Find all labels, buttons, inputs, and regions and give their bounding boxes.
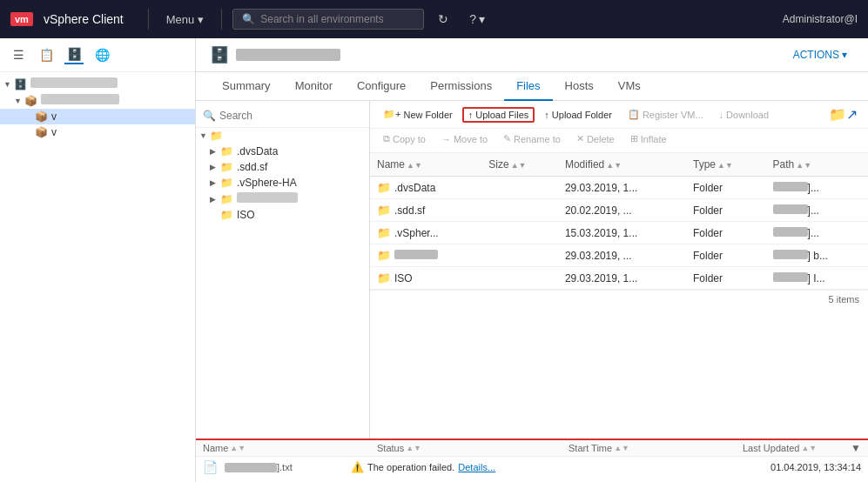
global-search-bar[interactable]: 🔍 Search in all environments (232, 9, 424, 30)
tree-label-l1 (41, 94, 119, 107)
tree-label-v2: v (51, 126, 57, 138)
tab-monitor[interactable]: Monitor (283, 72, 345, 101)
tree-item-level1[interactable]: ▼ 📦 (0, 92, 195, 109)
copy-to-button[interactable]: ⧉ Copy to (377, 131, 432, 147)
bottom-col-name: Name ▲▼ (203, 443, 377, 453)
delete-button[interactable]: ✕ Delete (570, 131, 621, 147)
search-icon: 🔍 (242, 13, 255, 25)
file-search-input[interactable] (219, 110, 362, 122)
file-tree-blurred[interactable]: ▶ 📁 (196, 191, 369, 207)
sidebar-icon-list[interactable]: ☰ (9, 45, 28, 64)
bottom-filename-blurred (225, 463, 277, 472)
file-content-pane: 📁+ New Folder ↑ Upload Files ↑ Upload Fo… (370, 101, 868, 438)
tab-configure[interactable]: Configure (345, 72, 418, 101)
bottom-panel: Name ▲▼ Status ▲▼ Start Time ▲▼ Last Upd… (196, 438, 868, 482)
file-search-row: 🔍 (196, 104, 369, 128)
tree-item-root[interactable]: ▼ 🗄️ (0, 76, 195, 92)
file-tree-iso[interactable]: 📁 ISO (196, 207, 369, 223)
tree-item-v1[interactable]: 📦 v (0, 109, 195, 124)
path-blurred (773, 272, 808, 282)
path-blurred (773, 204, 808, 214)
sidebar-icon-globe[interactable]: 🌐 (92, 45, 111, 64)
table-row[interactable]: 📁.vSpher... 15.03.2019, 1... Folder ]... (370, 222, 868, 244)
app-title: vSphere Client (44, 12, 124, 26)
file-tree-dvsdata[interactable]: ▶ 📁 .dvsData (196, 144, 369, 159)
tree-icon-v1: 📦 (35, 110, 48, 123)
file-tree-iso-icon: 📁 (220, 209, 233, 221)
rename-to-icon: ✎ (503, 133, 511, 144)
delete-icon: ✕ (576, 133, 584, 144)
sidebar-icon-note[interactable]: 📋 (37, 45, 56, 64)
menu-button[interactable]: Menu ▾ (159, 10, 212, 30)
bottom-filter-icon[interactable]: ▼ (851, 442, 861, 454)
bottom-file-icon: 📄 (203, 460, 218, 474)
file-tree-vsphereha[interactable]: ▶ 📁 .vSphere-HA (196, 175, 369, 191)
tree-item-v2[interactable]: 📦 v (0, 124, 195, 140)
tabs-bar: Summary Monitor Configure Permissions Fi… (196, 72, 868, 101)
new-folder-button[interactable]: 📁+ New Folder (377, 106, 459, 123)
file-tree-pane: 🔍 ▼ 📁 ▶ 📁 .dvsData ▶ 📁 .sdd.sf (196, 101, 370, 438)
download-button[interactable]: ↓ Download (713, 107, 775, 123)
help-button[interactable]: ? ▾ (462, 9, 492, 30)
tab-summary[interactable]: Summary (210, 72, 283, 101)
bottom-timestamp: 01.04.2019, 13:34:14 (770, 462, 861, 472)
tree-icon-root: 🗄️ (14, 78, 27, 90)
table-row[interactable]: 📁 29.03.2019, ... Folder ] b... (370, 244, 868, 267)
file-browser: 🔍 ▼ 📁 ▶ 📁 .dvsData ▶ 📁 .sdd.sf (196, 101, 868, 438)
tree-arrow-root: ▼ (3, 80, 14, 89)
path-blurred (773, 227, 808, 237)
bottom-panel-header: Name ▲▼ Status ▲▼ Start Time ▲▼ Last Upd… (196, 440, 868, 457)
file-tree-root-arrow: ▼ (199, 131, 210, 140)
tab-permissions[interactable]: Permissions (418, 72, 504, 101)
bottom-status-cell: ⚠️ The operation failed. Details... (351, 461, 542, 473)
col-size[interactable]: Size▲▼ (481, 153, 558, 177)
move-to-icon: → (441, 134, 451, 144)
tree-label-v1: v (51, 110, 57, 123)
folder-icon: 📁 (377, 249, 391, 262)
items-count: 5 items (370, 290, 868, 308)
file-tree-root[interactable]: ▼ 📁 (196, 128, 369, 144)
col-modified[interactable]: Modified▲▼ (558, 153, 686, 177)
file-tree-sddsf[interactable]: ▶ 📁 .sdd.sf (196, 159, 369, 175)
file-tree-dvsdata-label: .dvsData (237, 145, 278, 157)
file-tree-sddsf-icon: 📁 (220, 161, 233, 173)
actions-button[interactable]: ACTIONS ▾ (786, 45, 854, 64)
upload-files-button[interactable]: ↑ Upload Files (462, 107, 535, 123)
sidebar-icon-storage[interactable]: 🗄️ (64, 45, 84, 64)
table-row[interactable]: 📁ISO 29.03.2019, 1... Folder ] I... (370, 267, 868, 290)
col-name[interactable]: Name▲▼ (370, 153, 481, 177)
tab-files[interactable]: Files (504, 72, 552, 101)
file-tree-dvsdata-icon: 📁 (220, 145, 233, 157)
nav-separator-1 (148, 9, 149, 30)
move-to-button[interactable]: → Move to (435, 131, 494, 147)
sidebar: ☰ 📋 🗄️ 🌐 ▼ 🗄️ ▼ 📦 📦 v (0, 38, 196, 482)
details-link[interactable]: Details... (458, 462, 495, 472)
table-row[interactable]: 📁.dvsData 29.03.2019, 1... Folder ]... (370, 177, 868, 199)
register-vm-button[interactable]: 📋 Register VM... (622, 106, 710, 123)
tab-vms[interactable]: VMs (606, 72, 653, 101)
name-blurred (394, 250, 438, 259)
table-row[interactable]: 📁.sdd.sf 20.02.2019, ... Folder ]... (370, 199, 868, 222)
content-header-title (236, 49, 340, 61)
tree-icon-v2: 📦 (35, 126, 48, 138)
vm-logo: vm (10, 12, 33, 26)
file-tree-vsphereha-arrow: ▶ (210, 178, 220, 187)
nav-separator-2 (221, 9, 222, 30)
inflate-button[interactable]: ⊞ Inflate (624, 131, 673, 147)
rename-to-button[interactable]: ✎ Rename to (497, 131, 567, 147)
file-toolbar-row1: 📁+ New Folder ↑ Upload Files ↑ Upload Fo… (370, 101, 868, 129)
upload-files-icon: ↑ (468, 110, 474, 120)
tree-label-root (30, 77, 118, 90)
upload-folder-button[interactable]: ↑ Upload Folder (538, 107, 618, 123)
folder-icon: 📁 (377, 271, 391, 285)
corner-folder-icon[interactable]: 📁↗ (829, 106, 858, 123)
refresh-button[interactable]: ↻ (431, 9, 455, 30)
file-tree-dvsdata-arrow: ▶ (210, 147, 220, 156)
tree-icon-l1: 📦 (24, 95, 37, 107)
file-table-wrapper: Name▲▼ Size▲▼ Modified▲▼ Type▲▼ Path▲▼ 📁… (370, 153, 868, 438)
col-type[interactable]: Type▲▼ (686, 153, 766, 177)
tab-hosts[interactable]: Hosts (553, 72, 606, 101)
col-path[interactable]: Path▲▼ (766, 153, 868, 177)
tree-arrow-l1: ▼ (14, 97, 24, 105)
error-icon: ⚠️ (351, 461, 364, 473)
